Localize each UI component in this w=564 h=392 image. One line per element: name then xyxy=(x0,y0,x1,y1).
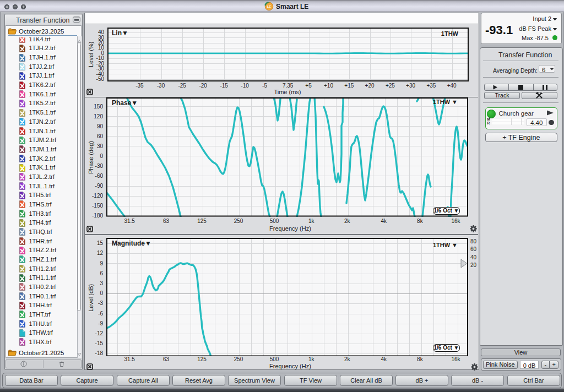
svg-text:LE: LE xyxy=(267,5,272,8)
